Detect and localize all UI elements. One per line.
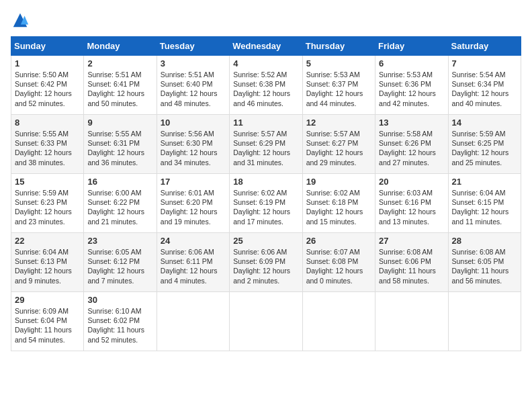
day-info-line: Sunrise: 5:50 AM: [15, 70, 80, 79]
day-cell-13: 13Sunrise: 5:58 AMSunset: 6:26 PMDayligh…: [375, 115, 448, 174]
day-info-line: Daylight: 12 hours: [233, 89, 298, 98]
day-info-line: Sunrise: 5:55 AM: [15, 129, 80, 138]
day-info-line: Sunrise: 6:10 AM: [87, 306, 152, 316]
day-cell-20: 20Sunrise: 6:03 AMSunset: 6:16 PMDayligh…: [375, 174, 448, 233]
day-cell-19: 19Sunrise: 6:02 AMSunset: 6:18 PMDayligh…: [302, 174, 375, 233]
day-info-line: and 56 minutes.: [452, 276, 517, 285]
day-cell-12: 12Sunrise: 5:57 AMSunset: 6:27 PMDayligh…: [302, 115, 375, 174]
day-cell-21: 21Sunrise: 6:04 AMSunset: 6:15 PMDayligh…: [448, 174, 521, 233]
day-info-line: and 19 minutes.: [161, 217, 226, 226]
day-number-6: 6: [379, 58, 444, 68]
day-info-line: Sunrise: 6:00 AM: [87, 188, 152, 197]
day-info-line: and 48 minutes.: [161, 99, 226, 108]
day-cell-22: 22Sunrise: 6:04 AMSunset: 6:13 PMDayligh…: [11, 233, 84, 292]
day-info-line: Sunrise: 6:09 AM: [15, 306, 80, 316]
day-info-line: Daylight: 12 hours: [452, 89, 517, 98]
day-info-line: Daylight: 12 hours: [306, 148, 371, 157]
day-info-line: Sunset: 6:02 PM: [87, 316, 152, 325]
day-number-11: 11: [233, 118, 298, 128]
header-sunday: Sunday: [11, 37, 84, 56]
day-info-line: Sunrise: 5:52 AM: [233, 70, 298, 79]
day-info-line: Daylight: 12 hours: [15, 266, 80, 275]
day-info-line: Sunset: 6:11 PM: [161, 257, 226, 266]
day-info-line: Daylight: 12 hours: [379, 148, 444, 157]
day-info-line: Sunset: 6:29 PM: [233, 138, 298, 148]
day-info-line: Sunset: 6:13 PM: [15, 257, 80, 266]
day-info-line: Sunrise: 5:59 AM: [452, 129, 517, 138]
day-number-9: 9: [87, 118, 152, 128]
day-cell-10: 10Sunrise: 5:56 AMSunset: 6:30 PMDayligh…: [157, 115, 229, 174]
calendar-table: Sunday Monday Tuesday Wednesday Thursday…: [11, 36, 521, 351]
day-info-line: Daylight: 12 hours: [306, 89, 371, 98]
day-info-line: Sunset: 6:09 PM: [233, 257, 298, 266]
day-info-line: Sunset: 6:16 PM: [379, 197, 444, 207]
day-info-line: Sunset: 6:04 PM: [15, 316, 80, 325]
day-cell-8: 8Sunrise: 5:55 AMSunset: 6:33 PMDaylight…: [11, 115, 84, 174]
week-row-4: 22Sunrise: 6:04 AMSunset: 6:13 PMDayligh…: [11, 233, 521, 292]
day-info-line: Sunset: 6:06 PM: [379, 257, 444, 266]
day-info-line: and 2 minutes.: [233, 276, 298, 285]
day-info-line: Daylight: 12 hours: [161, 89, 226, 98]
day-info-line: Daylight: 12 hours: [15, 207, 80, 216]
day-info-line: Sunset: 6:40 PM: [161, 79, 226, 89]
day-info-line: Sunset: 6:25 PM: [452, 138, 517, 148]
day-info-line: Daylight: 12 hours: [379, 207, 444, 216]
day-info-line: and 38 minutes.: [15, 158, 80, 167]
empty-cell: [302, 292, 375, 351]
day-cell-27: 27Sunrise: 6:08 AMSunset: 6:06 PMDayligh…: [375, 233, 448, 292]
day-cell-3: 3Sunrise: 5:51 AMSunset: 6:40 PMDaylight…: [157, 56, 229, 115]
empty-cell: [157, 292, 229, 351]
day-info-line: Daylight: 12 hours: [161, 207, 226, 216]
day-info-line: Sunrise: 5:55 AM: [87, 129, 152, 138]
day-info-line: Sunrise: 5:51 AM: [87, 70, 152, 79]
day-cell-25: 25Sunrise: 6:06 AMSunset: 6:09 PMDayligh…: [230, 233, 302, 292]
day-info-line: Sunset: 6:30 PM: [161, 138, 226, 148]
day-info-line: Daylight: 11 hours: [452, 266, 517, 275]
day-info-line: Sunrise: 6:07 AM: [306, 247, 371, 257]
day-info-line: Sunrise: 6:04 AM: [15, 247, 80, 257]
header-tuesday: Tuesday: [157, 37, 229, 56]
day-number-3: 3: [161, 58, 226, 68]
day-number-25: 25: [233, 236, 298, 246]
day-info-line: Sunset: 6:12 PM: [87, 257, 152, 266]
header-thursday: Thursday: [302, 37, 375, 56]
day-info-line: Sunrise: 6:08 AM: [379, 247, 444, 257]
day-info-line: Sunset: 6:27 PM: [306, 138, 371, 148]
day-info-line: Sunset: 6:42 PM: [15, 79, 80, 89]
day-info-line: Sunrise: 6:02 AM: [306, 188, 371, 197]
day-info-line: and 7 minutes.: [87, 276, 152, 285]
day-info-line: Daylight: 12 hours: [306, 207, 371, 216]
day-info-line: Sunrise: 6:06 AM: [233, 247, 298, 257]
day-cell-16: 16Sunrise: 6:00 AMSunset: 6:22 PMDayligh…: [84, 174, 157, 233]
empty-cell: [375, 292, 448, 351]
day-info-line: Sunrise: 5:59 AM: [15, 188, 80, 197]
day-cell-17: 17Sunrise: 6:01 AMSunset: 6:20 PMDayligh…: [157, 174, 229, 233]
empty-cell: [230, 292, 302, 351]
day-number-27: 27: [379, 236, 444, 246]
day-info-line: Sunset: 6:33 PM: [15, 138, 80, 148]
day-info-line: and 17 minutes.: [233, 217, 298, 226]
day-info-line: Daylight: 12 hours: [233, 148, 298, 157]
day-cell-28: 28Sunrise: 6:08 AMSunset: 6:05 PMDayligh…: [448, 233, 521, 292]
day-cell-29: 29Sunrise: 6:09 AMSunset: 6:04 PMDayligh…: [11, 292, 84, 351]
day-info-line: Sunrise: 6:05 AM: [87, 247, 152, 257]
day-info-line: Daylight: 11 hours: [379, 266, 444, 275]
day-info-line: Sunrise: 5:53 AM: [379, 70, 444, 79]
day-info-line: Sunrise: 6:01 AM: [161, 188, 226, 197]
day-number-20: 20: [379, 177, 444, 187]
day-cell-6: 6Sunrise: 5:53 AMSunset: 6:36 PMDaylight…: [375, 56, 448, 115]
day-info-line: and 36 minutes.: [87, 158, 152, 167]
logo: [11, 11, 32, 30]
day-info-line: and 46 minutes.: [233, 99, 298, 108]
day-info-line: and 42 minutes.: [379, 99, 444, 108]
day-info-line: and 44 minutes.: [306, 99, 371, 108]
day-info-line: Daylight: 12 hours: [306, 266, 371, 275]
day-info-line: Daylight: 12 hours: [87, 89, 152, 98]
day-info-line: Daylight: 12 hours: [233, 207, 298, 216]
day-info-line: Daylight: 12 hours: [379, 89, 444, 98]
week-row-3: 15Sunrise: 5:59 AMSunset: 6:23 PMDayligh…: [11, 174, 521, 233]
day-info-line: Daylight: 12 hours: [15, 148, 80, 157]
day-info-line: Sunset: 6:41 PM: [87, 79, 152, 89]
day-cell-23: 23Sunrise: 6:05 AMSunset: 6:12 PMDayligh…: [84, 233, 157, 292]
day-info-line: Daylight: 12 hours: [452, 148, 517, 157]
